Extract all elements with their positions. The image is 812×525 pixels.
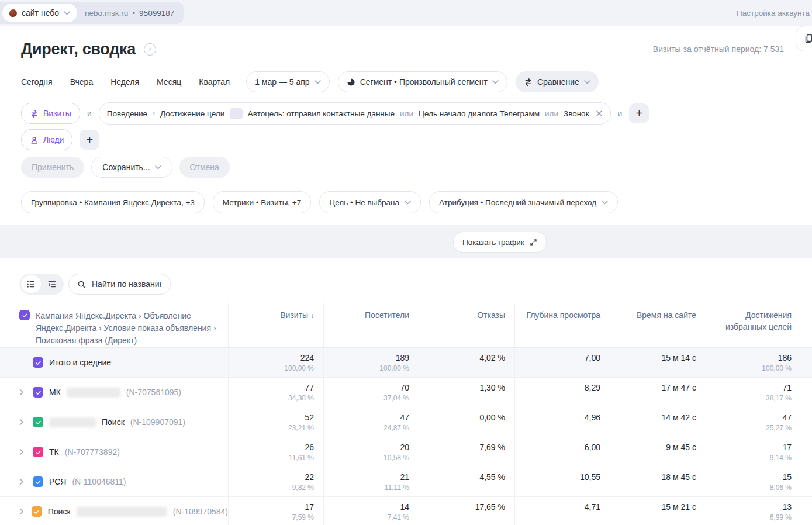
table-row: Поиск (N-109970584) 177,59 % 147,41 % 17…: [0, 497, 812, 525]
tab-week[interactable]: Неделя: [110, 77, 139, 87]
period-tabs: Сегодня Вчера Неделя Месяц Квартал: [21, 77, 230, 87]
condition-value-3: Звонок: [564, 109, 589, 118]
chart-band: Показать график: [0, 225, 812, 258]
condition-chip[interactable]: Поведение › Достижение цели = Автоцель: …: [99, 102, 611, 125]
visits-cell: 224100,00 %: [228, 348, 323, 378]
compare-label: Сравнение: [537, 77, 579, 87]
row-filler: [801, 378, 812, 407]
row-checkbox[interactable]: [33, 447, 43, 457]
campaign-name[interactable]: РСЯ: [49, 477, 66, 486]
people-chip[interactable]: Люди: [21, 129, 72, 150]
compare-dropdown[interactable]: Сравнение: [516, 71, 599, 92]
site-selector[interactable]: сайт небо: [2, 4, 77, 22]
expand-row-icon[interactable]: [19, 448, 27, 455]
expand-row-icon[interactable]: [19, 389, 27, 396]
depth-cell: 4,71: [514, 497, 610, 525]
redacted-name: [67, 388, 120, 398]
or-connector: или: [400, 109, 413, 118]
add-people-condition-button[interactable]: +: [80, 130, 99, 150]
depth-header-cell[interactable]: Глубина просмотра: [514, 303, 610, 348]
close-icon[interactable]: [596, 110, 603, 117]
and-connector: и: [618, 109, 623, 118]
campaign-name[interactable]: Поиск: [48, 507, 71, 516]
goals-cell: 186100,00 %: [706, 348, 801, 378]
row-checkbox[interactable]: [33, 417, 43, 427]
flat-list-view-button[interactable]: [21, 275, 41, 293]
tab-month[interactable]: Месяц: [157, 77, 181, 87]
and-connector: и: [87, 109, 92, 118]
expand-row-icon[interactable]: [19, 478, 27, 485]
attribution-chip[interactable]: Атрибуция • Последний значимый переход: [429, 191, 618, 213]
visitors-cell: 189100,00 %: [323, 348, 419, 378]
row-checkbox[interactable]: [33, 357, 43, 368]
tab-today[interactable]: Сегодня: [21, 77, 53, 87]
condition-path1: Поведение: [107, 109, 147, 118]
redacted-name: [49, 417, 96, 427]
cancel-button[interactable]: Отмена: [179, 157, 230, 178]
metrics-chip[interactable]: Метрики • Визиты, +7: [213, 191, 311, 213]
campaign-name[interactable]: МК: [49, 388, 61, 397]
segment-condition-row: Визиты и Поведение › Достижение цели = А…: [21, 103, 812, 124]
visitors-cell: 4724,87 %: [323, 407, 419, 437]
goals-cell: 136,99 %: [706, 497, 801, 525]
goal-chip[interactable]: Цель • Не выбрана: [319, 191, 421, 213]
metrica-app: сайт небо nebo.msk.ru • 95099187 Настрой…: [0, 0, 812, 525]
visits-cell: 177,59 %: [228, 497, 323, 525]
or-connector: или: [545, 109, 558, 118]
tree-list-view-button[interactable]: [42, 275, 62, 293]
expand-row-icon[interactable]: [19, 419, 27, 426]
table-row: ТК (N-707773892) 2611,61 % 2010,58 % 7,6…: [0, 437, 812, 467]
bounce-cell: 4,02 %: [419, 348, 514, 378]
condition-value-2: Цель начало диалога Телеграмм: [419, 109, 540, 118]
view-toggle: [19, 274, 64, 295]
breadcrumb-separator: ›: [153, 109, 155, 118]
time-cell: 18 м 45 с: [610, 467, 706, 497]
visitors-header-cell[interactable]: Посетители: [323, 303, 419, 348]
campaign-name[interactable]: ТК: [49, 447, 59, 457]
goals-header-cell[interactable]: Достижения избранных целей: [706, 303, 801, 348]
row-checkbox[interactable]: [33, 387, 43, 398]
row-checkbox[interactable]: [32, 506, 42, 517]
select-all-checkbox[interactable]: [19, 310, 30, 320]
row-checkbox[interactable]: [33, 476, 43, 487]
time-cell: 15 м 21 с: [610, 497, 706, 525]
metric-chip-visits[interactable]: Визиты: [21, 103, 80, 124]
grouping-chip[interactable]: Группировка • Кампания Яндекс.Директа, +…: [21, 191, 205, 213]
table-row-totals: Итого и средние 224100,00 % 189100,00 % …: [0, 348, 812, 378]
date-range-picker[interactable]: 1 мар — 5 апр: [246, 71, 329, 92]
visitors-cell: 2010,58 %: [323, 437, 419, 467]
period-row: Сегодня Вчера Неделя Месяц Квартал 1 мар…: [21, 71, 812, 92]
depth-cell: 4,96: [514, 407, 610, 437]
campaign-id: (N-707561095): [126, 388, 181, 397]
visits-cell: 2611,61 %: [228, 437, 323, 467]
tab-yesterday[interactable]: Вчера: [70, 77, 94, 87]
save-button[interactable]: Сохранить...: [91, 157, 172, 178]
sort-desc-icon: ↓: [310, 312, 314, 320]
dimension-header-label[interactable]: Кампания Яндекс.Директа › Объявление Янд…: [36, 310, 217, 347]
segment-dropdown[interactable]: Сегмент • Произвольный сегмент: [338, 71, 507, 92]
info-icon[interactable]: i: [144, 43, 156, 56]
people-condition-row: Люди +: [21, 130, 812, 150]
copy-report-button[interactable]: [796, 26, 812, 51]
depth-cell: 7,00: [514, 348, 610, 378]
time-header-cell[interactable]: Время на сайте: [610, 303, 706, 348]
visits-header-cell[interactable]: Визиты ↓: [228, 303, 323, 348]
row-filler: [801, 437, 812, 467]
condition-operator: =: [230, 108, 243, 119]
metric-chip-label: Визиты: [43, 109, 71, 118]
add-condition-button[interactable]: +: [629, 103, 649, 123]
row-filler: [801, 348, 812, 378]
goals-cell: 179,14 %: [706, 437, 801, 467]
segment-label: Сегмент • Произвольный сегмент: [360, 77, 488, 87]
search-input[interactable]: [91, 279, 162, 289]
account-settings-link[interactable]: Настройка аккаунта: [737, 9, 812, 18]
show-chart-button[interactable]: Показать график: [453, 232, 547, 253]
site-name: сайт небо: [22, 8, 59, 18]
bounce-header-cell[interactable]: Отказы: [419, 303, 514, 348]
campaign-name[interactable]: Поиск: [102, 417, 125, 427]
expand-row-icon[interactable]: [19, 508, 26, 515]
save-button-label: Сохранить...: [102, 163, 150, 172]
search-icon: [77, 280, 86, 289]
apply-button[interactable]: Применить: [21, 157, 84, 178]
tab-quarter[interactable]: Квартал: [199, 77, 230, 87]
